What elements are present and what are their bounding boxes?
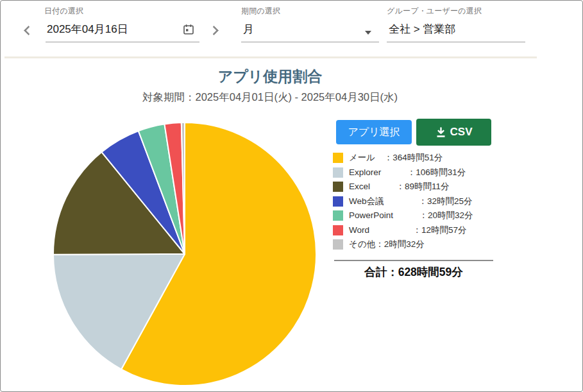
legend-row-other[interactable]: その他：2時間32分	[333, 239, 494, 250]
pie-chart[interactable]	[50, 119, 319, 389]
page-title: アプリ使用割合	[55, 67, 485, 87]
legend-label: PowerPoint ：20時間32分	[349, 210, 473, 221]
calendar-icon[interactable]	[183, 24, 194, 38]
chart-legend: メール ：364時間51分 Explorer ：106時間31分 Excel ：…	[333, 153, 494, 254]
legend-swatch	[333, 225, 343, 235]
legend-label: Word ：12時間57分	[349, 225, 467, 236]
dashboard-page: 日付の選択 2025年04月16日 期間の選択 月 グループ・ユーザーの選択 全…	[0, 0, 583, 392]
total-usage: 合計：628時間59分	[333, 264, 494, 280]
legend-swatch	[333, 167, 343, 178]
date-input-underline	[46, 42, 199, 42]
legend-swatch	[333, 182, 343, 192]
legend-label: メール ：364時間51分	[349, 152, 443, 164]
legend-row-excel[interactable]: Excel ：89時間11分	[333, 182, 494, 192]
legend-swatch	[333, 210, 343, 221]
header-separator	[4, 56, 537, 58]
csv-download-button[interactable]: CSV	[416, 119, 491, 146]
period-select-underline	[241, 42, 379, 42]
app-select-button[interactable]: アプリ選択	[336, 120, 412, 144]
csv-button-label: CSV	[450, 126, 473, 139]
date-input[interactable]: 2025年04月16日	[47, 22, 128, 37]
group-select[interactable]: 全社 > 営業部	[389, 22, 455, 37]
legend-label: Explorer ：106時間31分	[349, 167, 466, 178]
legend-label: Web会議 ：32時間25分	[349, 196, 473, 207]
date-filter-label: 日付の選択	[44, 6, 83, 17]
target-period-subtitle: 対象期間：2025年04月01日(火) - 2025年04月30日(水)	[55, 90, 485, 105]
caret-down-icon[interactable]	[365, 31, 371, 35]
legend-row-word[interactable]: Word ：12時間57分	[333, 225, 494, 235]
legend-swatch	[333, 196, 343, 207]
next-date-button[interactable]	[209, 26, 219, 36]
group-filter-label: グループ・ユーザーの選択	[387, 6, 482, 17]
legend-label: Excel ：89時間11分	[349, 181, 450, 192]
legend-swatch	[333, 239, 343, 250]
period-filter-label: 期間の選択	[241, 6, 280, 17]
legend-swatch	[333, 153, 343, 163]
download-icon	[435, 127, 446, 138]
period-select[interactable]: 月	[243, 22, 254, 37]
group-select-underline	[387, 42, 525, 42]
legend-label: その他：2時間32分	[349, 239, 425, 250]
prev-date-button[interactable]	[24, 26, 34, 36]
legend-row-web-meeting[interactable]: Web会議 ：32時間25分	[333, 196, 494, 207]
legend-row-powerpoint[interactable]: PowerPoint ：20時間32分	[333, 210, 494, 221]
legend-row-explorer[interactable]: Explorer ：106時間31分	[333, 167, 494, 178]
total-divider	[334, 260, 493, 261]
legend-row-mail[interactable]: メール ：364時間51分	[333, 153, 494, 163]
